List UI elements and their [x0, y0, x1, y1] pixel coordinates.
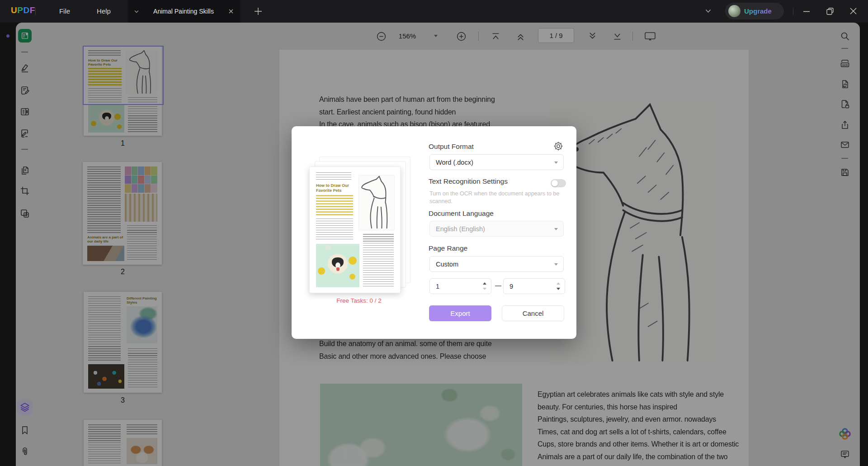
output-format-value: Word (.docx) — [436, 159, 473, 166]
range-from-spinner[interactable] — [429, 278, 491, 294]
title-bar: U P D F File Help Animal Painting Skills… — [0, 0, 868, 23]
preview-highlighted-text — [316, 195, 353, 217]
updf-window: How to Draw Our Favorite Pets — [0, 0, 868, 466]
logo-letter: U — [11, 5, 17, 15]
preview-heading: How to Draw Our Favorite Pets — [316, 183, 355, 193]
range-from-input[interactable] — [430, 279, 491, 294]
menu-help[interactable]: Help — [91, 0, 116, 23]
output-format-label: Output Format — [429, 143, 474, 151]
updf-logo: U P D F — [11, 5, 35, 15]
logo-letter: P — [17, 5, 23, 15]
page-range-value: Custom — [436, 261, 458, 268]
page-range-label: Page Range — [429, 244, 467, 252]
account-chevron-icon[interactable] — [705, 9, 711, 13]
tab-close-icon[interactable] — [228, 9, 234, 14]
close-button[interactable] — [849, 7, 857, 15]
preview-dog-photo — [316, 244, 359, 287]
upgrade-button[interactable]: Upgrade — [725, 3, 784, 19]
export-button[interactable]: Export — [429, 305, 491, 321]
export-dialog: How to Draw Our Favorite Pets — [292, 126, 576, 339]
chevron-down-icon — [554, 263, 558, 266]
spin-up-icon[interactable] — [557, 282, 560, 285]
ocr-hint: Turn on the OCR when the document appear… — [429, 190, 565, 205]
page-range-select[interactable]: Custom — [429, 256, 564, 272]
minimize-button[interactable] — [803, 11, 810, 12]
preview-text — [316, 219, 353, 240]
range-dash — [495, 285, 501, 286]
new-tab-button[interactable] — [253, 6, 263, 16]
menu-file[interactable]: File — [53, 0, 76, 23]
document-language-value: English (English) — [436, 225, 485, 233]
cancel-button[interactable]: Cancel — [502, 305, 564, 321]
titlebar-divider — [35, 8, 36, 15]
output-format-select[interactable]: Word (.docx) — [429, 154, 564, 170]
document-preview: How to Draw Our Favorite Pets — [309, 166, 401, 293]
toggle-knob — [552, 180, 558, 186]
titlebar-divider — [793, 8, 793, 15]
spin-down-icon[interactable] — [557, 288, 560, 290]
tab-title: Animal Painting Skills — [139, 8, 228, 15]
tab-chevron-icon[interactable] — [134, 10, 139, 13]
free-tasks-counter: Free Tasks: 0 / 2 — [308, 297, 410, 304]
logo-letter: F — [30, 5, 35, 15]
logo-letter: D — [23, 5, 29, 15]
preview-dog-sketch — [359, 175, 395, 230]
text-recognition-label: Text Recognition Settings — [429, 177, 508, 185]
range-to-input[interactable] — [504, 279, 565, 294]
document-language-select: English (English) — [429, 221, 564, 237]
preview-text — [363, 234, 394, 287]
chevron-down-icon — [554, 228, 558, 230]
chevron-down-icon — [554, 162, 558, 164]
restore-button[interactable] — [826, 7, 834, 15]
settings-gear-icon[interactable] — [553, 141, 563, 151]
ocr-toggle[interactable] — [551, 179, 566, 187]
document-tab[interactable]: Animal Painting Skills — [128, 0, 240, 23]
preview-text — [316, 172, 351, 181]
document-language-label: Document Language — [429, 209, 494, 218]
range-to-spinner[interactable] — [503, 278, 565, 294]
spin-up-icon[interactable] — [483, 282, 486, 285]
spin-down-icon[interactable] — [483, 288, 486, 290]
avatar[interactable] — [728, 5, 741, 17]
upgrade-label: Upgrade — [744, 7, 772, 15]
